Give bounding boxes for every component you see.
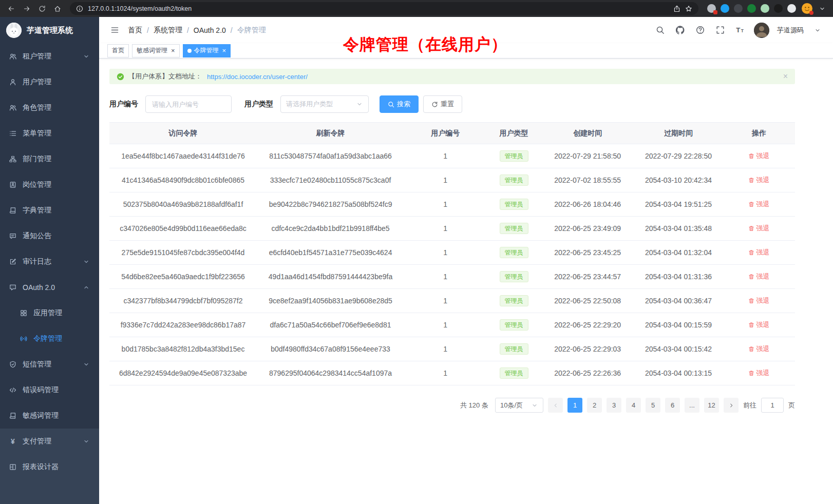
action-cell: 强退 <box>723 241 795 265</box>
force-logout-button[interactable]: 强退 <box>748 344 769 354</box>
chevdown-icon <box>82 361 90 368</box>
force-logout-button[interactable]: 强退 <box>748 176 769 185</box>
extension-icon[interactable] <box>721 4 729 13</box>
browser-forward-icon[interactable] <box>21 3 32 14</box>
extension-icon[interactable] <box>787 4 796 13</box>
address-bar[interactable]: 127.0.0.1:1024/system/oauth2/token <box>70 2 698 15</box>
bookmark-icon[interactable] <box>685 5 692 12</box>
sidebar-item-4[interactable]: 部门管理 <box>0 146 99 172</box>
page-button-4[interactable]: 4 <box>626 398 641 413</box>
sidebar-item-13[interactable]: 错误码管理 <box>0 377 99 403</box>
user-id-input[interactable] <box>145 95 232 113</box>
sidebar-item-14[interactable]: 敏感词管理 <box>0 403 99 429</box>
breadcrumb-item[interactable]: 系统管理 <box>154 26 182 35</box>
goto-label: 前往 <box>743 401 756 410</box>
share-icon[interactable] <box>673 5 680 12</box>
github-icon[interactable] <box>674 24 686 36</box>
action-cell: 强退 <box>723 168 795 192</box>
refresh-icon <box>431 101 438 108</box>
sidebar-item-0[interactable]: 租户管理 <box>0 44 99 69</box>
created-at-cell: 2022-06-25 22:50:08 <box>541 289 634 313</box>
page-button-6[interactable]: 6 <box>665 398 680 413</box>
alert-link[interactable]: https://doc.iocoder.cn/user-center/ <box>207 73 308 81</box>
sidebar-item-11[interactable]: 令牌管理 <box>0 326 99 352</box>
prev-page-button[interactable] <box>548 398 563 413</box>
sidebar-item-2[interactable]: 角色管理 <box>0 95 99 121</box>
user-menu-caret-icon[interactable] <box>811 24 824 36</box>
page-ellipsis-button[interactable]: ... <box>685 398 699 413</box>
sidebar-item-5[interactable]: 岗位管理 <box>0 172 99 198</box>
breadcrumb-item[interactable]: 首页 <box>128 26 142 35</box>
tab-2[interactable]: 令牌管理× <box>183 44 231 57</box>
expires-at-cell: 2054-03-04 19:51:25 <box>634 192 723 217</box>
page-button-12[interactable]: 12 <box>704 398 719 413</box>
browser-back-icon[interactable] <box>5 3 17 14</box>
force-logout-button[interactable]: 强退 <box>748 151 769 161</box>
search-button[interactable]: 搜索 <box>380 95 419 113</box>
user-type-select[interactable]: 请选择用户类型 <box>280 95 369 113</box>
column-header: 用户类型 <box>486 123 541 144</box>
user-name[interactable]: 芋道源码 <box>777 26 804 35</box>
tab-0[interactable]: 首页 <box>107 44 129 57</box>
browser-profile-avatar[interactable] <box>802 3 812 14</box>
alert-close-icon[interactable]: × <box>783 72 788 81</box>
next-page-button[interactable] <box>724 398 739 413</box>
tab-close-icon[interactable]: × <box>222 47 226 54</box>
page-button-2[interactable]: 2 <box>587 398 602 413</box>
browser-menu-caret-icon[interactable] <box>816 3 828 14</box>
app-logo[interactable]: 芋道管理系统 <box>0 17 99 44</box>
browser-home-icon[interactable] <box>51 3 63 14</box>
sidebar-item-10[interactable]: 应用管理 <box>0 300 99 326</box>
force-logout-button[interactable]: 强退 <box>748 248 769 257</box>
sidebar-item-3[interactable]: 菜单管理 <box>0 121 99 146</box>
tab-1[interactable]: 敏感词管理× <box>132 44 180 57</box>
search-icon[interactable] <box>654 24 666 36</box>
user-type-tag: 管理员 <box>500 343 528 355</box>
sidebar-item-15[interactable]: ¥支付管理 <box>0 429 99 454</box>
sidebar-item-6[interactable]: 字典管理 <box>0 198 99 223</box>
sidebar-menu: 租户管理用户管理角色管理菜单管理部门管理岗位管理字典管理通知公告审计日志OAut… <box>0 44 99 429</box>
extension-icon[interactable] <box>774 4 783 13</box>
tab-close-icon[interactable]: × <box>171 47 175 54</box>
user-type-cell: 管理员 <box>486 361 541 385</box>
font-size-icon[interactable]: TT <box>734 24 746 36</box>
force-logout-button[interactable]: 强退 <box>748 200 769 209</box>
page-size-select[interactable]: 10条/页 <box>495 398 543 413</box>
reset-button[interactable]: 重置 <box>423 95 462 113</box>
browser-reload-icon[interactable] <box>36 3 48 14</box>
extension-icon[interactable] <box>761 4 769 13</box>
sidebar-item-12[interactable]: 短信管理 <box>0 352 99 377</box>
expires-at-cell: 2054-03-04 00:15:42 <box>634 337 723 361</box>
page-button-1[interactable]: 1 <box>567 398 582 413</box>
force-logout-button[interactable]: 强退 <box>748 320 769 329</box>
action-cell: 强退 <box>723 289 795 313</box>
sidebar-item-16[interactable]: 报表设计器 <box>0 454 99 480</box>
goto-page-input[interactable] <box>761 398 784 413</box>
user-type-cell: 管理员 <box>486 337 541 361</box>
help-icon[interactable] <box>694 24 706 36</box>
sidebar-item-7[interactable]: 通知公告 <box>0 223 99 249</box>
extension-icon[interactable] <box>747 4 756 13</box>
user-avatar[interactable] <box>754 23 769 38</box>
force-logout-button[interactable]: 强退 <box>748 224 769 233</box>
table-row: 502375b8040a469a9b82188afdf6af1fbe90422b… <box>109 192 795 217</box>
extension-icon[interactable] <box>707 4 716 13</box>
force-logout-button[interactable]: 强退 <box>748 272 769 281</box>
page-button-5[interactable]: 5 <box>646 398 660 413</box>
force-logout-button[interactable]: 强退 <box>748 296 769 305</box>
sidebar-item-9[interactable]: OAuth 2.0 <box>0 275 99 300</box>
sidebar-item-label: 错误码管理 <box>23 385 59 395</box>
site-info-icon[interactable] <box>76 5 83 12</box>
page-button-3[interactable]: 3 <box>607 398 621 413</box>
url-text: 127.0.0.1:1024/system/oauth2/token <box>88 5 669 12</box>
user-type-tag: 管理员 <box>500 150 528 162</box>
collapse-sidebar-icon[interactable] <box>108 24 121 36</box>
sidebar-item-8[interactable]: 审计日志 <box>0 249 99 275</box>
fullscreen-icon[interactable] <box>714 24 726 36</box>
refresh-token-cell: b0df4980ffd34c67a08f9156e4eee733 <box>257 337 404 361</box>
force-logout-button[interactable]: 强退 <box>748 369 769 378</box>
refresh-token-cell: dfa6c71a50a54c66bef706ef9e6e8d81 <box>257 313 404 337</box>
extension-icon[interactable] <box>734 4 743 13</box>
sidebar-item-1[interactable]: 用户管理 <box>0 69 99 95</box>
breadcrumb-item[interactable]: OAuth 2.0 <box>194 26 226 34</box>
